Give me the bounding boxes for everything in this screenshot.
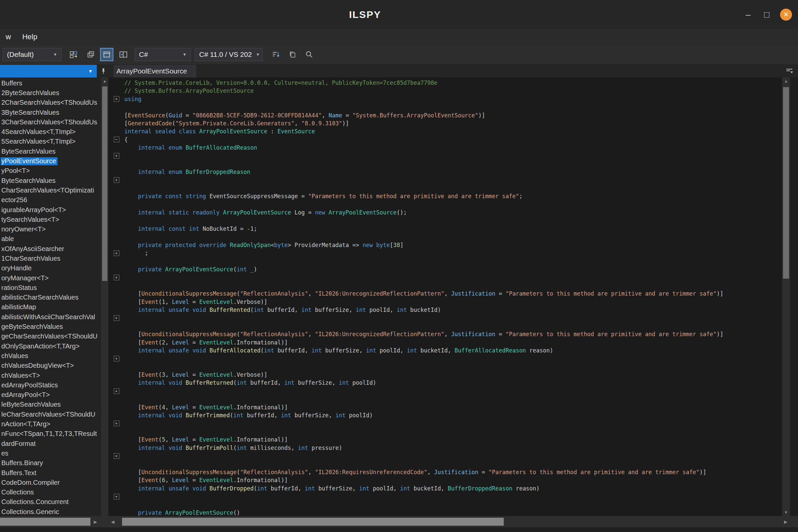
tree-item[interactable]: oryManager<T> — [0, 273, 101, 283]
tree-item[interactable]: ByteSearchValues — [0, 147, 101, 156]
tree-item[interactable]: leCharSearchValues<TShouldU — [0, 410, 101, 419]
tree-item[interactable]: es — [0, 449, 101, 458]
tree-item[interactable]: 3ByteSearchValues — [0, 108, 101, 117]
tree-item[interactable]: chValues<T> — [0, 371, 101, 380]
tree-item[interactable]: nAction<T,TArg> — [0, 419, 101, 429]
tree-item[interactable]: chValuesDebugView<T> — [0, 361, 101, 371]
tree-item[interactable]: ector256 — [0, 195, 101, 205]
tree-item[interactable]: rationStatus — [0, 283, 101, 292]
tree-item[interactable]: xOfAnyAsciiSearcher — [0, 244, 101, 254]
panel-layout-icon[interactable] — [117, 49, 129, 60]
expand-icon[interactable]: + — [114, 388, 119, 394]
scroll-down-arrow-icon[interactable]: ▼ — [782, 509, 790, 516]
tree-item[interactable]: yPoolEventSource — [0, 156, 101, 166]
tree-item[interactable]: dOnlySpanAction<T,TArg> — [0, 341, 101, 351]
tree-item[interactable]: able — [0, 234, 101, 244]
tree-item[interactable]: 2CharSearchValues<TShouldUs — [0, 98, 101, 108]
fold-gutter[interactable]: + — [108, 355, 125, 362]
copy-icon[interactable] — [287, 49, 299, 60]
tree-item[interactable]: 5SearchValues<T,TImpl> — [0, 137, 101, 147]
scroll-up-arrow-icon[interactable]: ▲ — [101, 77, 108, 85]
tree-item[interactable]: nFunc<TSpan,T1,T2,T3,TResult — [0, 429, 101, 439]
fold-gutter[interactable]: + — [108, 492, 125, 500]
fold-gutter[interactable]: + — [108, 419, 125, 427]
close-button[interactable]: × — [780, 8, 792, 21]
scroll-left-arrow-icon[interactable]: ◀ — [108, 516, 117, 527]
tree-item[interactable]: 2ByteSearchValues — [0, 88, 101, 98]
fold-gutter[interactable]: + — [108, 152, 125, 160]
open-assembly-icon[interactable] — [68, 49, 79, 60]
minimize-button[interactable]: – — [743, 9, 754, 20]
expand-icon[interactable]: + — [114, 356, 119, 361]
scroll-up-arrow-icon[interactable]: ▲ — [782, 77, 790, 85]
fold-gutter[interactable]: + — [108, 95, 125, 103]
tree-item[interactable]: Collections.Generic — [0, 507, 101, 516]
scrollbar-thumb[interactable] — [102, 87, 108, 281]
tree-item[interactable]: abilisticMap — [0, 303, 101, 312]
tree-item[interactable]: geCharSearchValues<TShouldU — [0, 332, 101, 341]
tab-list-dropdown-icon[interactable] — [785, 67, 794, 75]
search-icon[interactable] — [303, 49, 315, 60]
tree-item[interactable]: leByteSearchValues — [0, 400, 101, 410]
assemblies-panel-header[interactable]: ▼ — [0, 65, 97, 77]
fold-gutter[interactable]: + — [108, 249, 125, 257]
scroll-right-arrow-icon[interactable]: ▶ — [781, 516, 790, 527]
tree-item[interactable]: yPool<T> — [0, 166, 101, 176]
language-dropdown[interactable]: C# ▼ — [135, 48, 191, 61]
code-pane[interactable]: // System.Private.CoreLib, Version=8.0.0… — [108, 77, 782, 516]
tree-item[interactable]: Buffers.Binary — [0, 458, 101, 468]
assembly-list-dropdown[interactable]: (Default) ▼ — [3, 48, 61, 61]
expand-icon[interactable]: + — [114, 96, 119, 102]
tree-item[interactable]: 3CharSearchValues<TShouldUs — [0, 117, 101, 127]
tree-item[interactable]: CodeDom.Compiler — [0, 478, 101, 488]
fold-gutter[interactable]: + — [108, 273, 125, 281]
collapse-icon[interactable]: − — [114, 137, 119, 142]
fold-gutter[interactable]: + — [108, 387, 125, 395]
sort-assemblies-icon[interactable] — [270, 49, 282, 60]
tree-item[interactable]: geByteSearchValues — [0, 322, 101, 331]
pin-icon[interactable] — [98, 66, 108, 76]
tree-item[interactable]: tySearchValues<T> — [0, 215, 101, 225]
tree-item[interactable]: CharSearchValues<TOptimizati — [0, 186, 101, 195]
scrollbar-thumb[interactable] — [122, 518, 504, 526]
tree-item[interactable]: 1CharSearchValues — [0, 254, 101, 263]
code-horizontal-scrollbar[interactable]: ◀ ▶ — [108, 516, 798, 527]
tree-item[interactable]: 4SearchValues<T,TImpl> — [0, 127, 101, 137]
tree-item[interactable]: Collections.Concurrent — [0, 497, 101, 507]
scrollbar-thumb[interactable] — [0, 518, 91, 526]
tree-item[interactable]: Collections — [0, 488, 101, 497]
expand-icon[interactable]: + — [114, 494, 119, 499]
expand-icon[interactable]: + — [114, 274, 119, 280]
menu-item-window[interactable]: w — [0, 29, 17, 44]
tree-item[interactable]: noryOwner<T> — [0, 225, 101, 234]
tree-item[interactable]: chValues — [0, 351, 101, 361]
expand-icon[interactable]: + — [114, 453, 119, 459]
fold-gutter[interactable]: − — [108, 136, 125, 144]
tree-item[interactable]: oryHandle — [0, 264, 101, 273]
tree-item[interactable]: abilisticWithAsciiCharSearchVal — [0, 312, 101, 322]
tree-item[interactable]: Buffers — [0, 78, 101, 88]
fold-gutter[interactable]: + — [108, 314, 125, 322]
fold-gutter[interactable]: + — [108, 176, 125, 184]
tree-item[interactable]: igurableArrayPool<T> — [0, 205, 101, 215]
sidebar-horizontal-scrollbar[interactable]: ▶ — [0, 516, 108, 527]
maximize-button[interactable]: □ — [761, 9, 772, 20]
tab-arraypooleventsource[interactable]: ArrayPoolEventSource — [113, 65, 196, 77]
decompile-toggle-icon[interactable] — [101, 49, 113, 60]
tree-item[interactable]: ByteSearchValues — [0, 176, 101, 186]
language-version-dropdown[interactable]: C# 11.0 / VS 202 ▼ — [195, 48, 263, 61]
menu-item-help[interactable]: Help — [17, 29, 43, 44]
tree-item[interactable]: Buffers.Text — [0, 468, 101, 478]
expand-icon[interactable]: + — [114, 250, 119, 256]
expand-icon[interactable]: + — [114, 315, 119, 321]
expand-icon[interactable]: + — [114, 177, 119, 183]
scrollbar-thumb[interactable] — [783, 87, 789, 279]
expand-icon[interactable]: + — [114, 421, 119, 426]
expand-icon[interactable]: + — [114, 153, 119, 158]
tree-item[interactable]: abilisticCharSearchValues — [0, 293, 101, 303]
tree-item[interactable]: edArrayPoolStatics — [0, 380, 101, 390]
tree-item[interactable]: edArrayPool<T> — [0, 391, 101, 400]
scroll-right-arrow-icon[interactable]: ▶ — [91, 516, 100, 527]
sidebar-vertical-scrollbar[interactable]: ▲ — [101, 77, 108, 516]
window-duplicate-icon[interactable] — [85, 49, 97, 60]
